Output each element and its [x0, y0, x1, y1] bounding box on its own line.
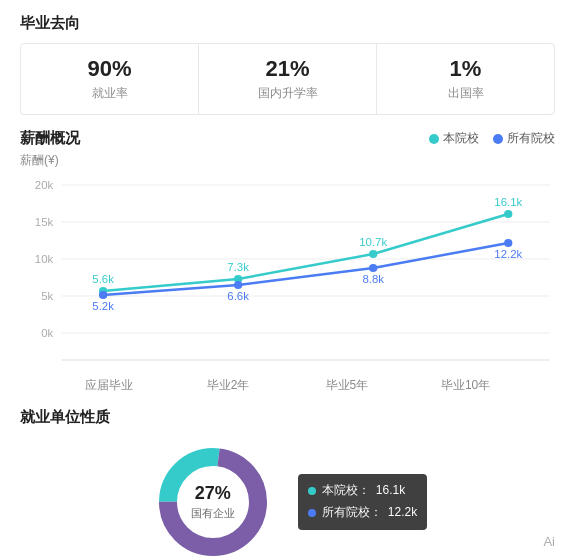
- salary-title: 薪酬概况: [20, 129, 80, 148]
- tooltip-label-own: 本院校：: [322, 480, 370, 502]
- salary-svg: 20k 15k 10k 5k 0k 5.6k 7.3k 10.7k 16.1k: [20, 175, 555, 375]
- salary-legend: 本院校 所有院校: [429, 130, 555, 147]
- svg-text:10k: 10k: [35, 253, 54, 265]
- tooltip-row-1: 所有院校： 12.2k: [308, 502, 417, 524]
- svg-text:12.2k: 12.2k: [494, 248, 522, 260]
- donut-center: 27% 国有企业: [191, 483, 235, 521]
- svg-text:7.3k: 7.3k: [227, 261, 249, 273]
- x-label-1: 毕业2年: [169, 377, 288, 394]
- tooltip-value-own: 16.1k: [376, 480, 405, 502]
- abroad-rate-label: 出国率: [377, 85, 554, 102]
- legend-own-school: 本院校: [429, 130, 479, 147]
- employment-rate-value: 90%: [21, 56, 198, 82]
- svg-point-22: [504, 239, 512, 247]
- x-label-2: 毕业5年: [288, 377, 407, 394]
- x-axis-labels: 应届毕业 毕业2年 毕业5年 毕业10年: [20, 377, 555, 394]
- donut-percent: 27%: [191, 483, 235, 504]
- domestic-rate-label: 国内升学率: [199, 85, 376, 102]
- employment-title: 就业单位性质: [20, 408, 555, 427]
- graduation-section: 毕业去向 90% 就业率 21% 国内升学率 1% 出国率: [0, 0, 575, 115]
- svg-text:5k: 5k: [41, 290, 53, 302]
- tooltip-label-all: 所有院校：: [322, 502, 382, 524]
- tooltip-row-0: 本院校： 16.1k: [308, 480, 417, 502]
- svg-text:5.6k: 5.6k: [92, 273, 114, 285]
- employment-section: 就业单位性质 27% 国有企业 本院校： 16.1k: [0, 408, 575, 559]
- svg-text:5.2k: 5.2k: [92, 300, 114, 312]
- svg-text:6.6k: 6.6k: [227, 290, 249, 302]
- salary-header: 薪酬概况 本院校 所有院校: [20, 129, 555, 148]
- tooltip-dot-own: [308, 487, 316, 495]
- svg-text:0k: 0k: [41, 327, 53, 339]
- employment-rate-stat: 90% 就业率: [21, 44, 199, 114]
- svg-text:16.1k: 16.1k: [494, 196, 522, 208]
- tooltip-dot-all: [308, 509, 316, 517]
- svg-point-13: [369, 250, 377, 258]
- domestic-rate-value: 21%: [199, 56, 376, 82]
- salary-section: 薪酬概况 本院校 所有院校 薪酬(¥) 20k 15k 10k: [0, 129, 575, 408]
- employment-content: 27% 国有企业 本院校： 16.1k 所有院校： 12.2k: [20, 437, 555, 559]
- own-school-label: 本院校: [443, 130, 479, 147]
- x-label-3: 毕业10年: [406, 377, 525, 394]
- graduation-stats: 90% 就业率 21% 国内升学率 1% 出国率: [20, 43, 555, 115]
- own-school-dot: [429, 134, 439, 144]
- svg-point-20: [234, 281, 242, 289]
- donut-chart: 27% 国有企业: [148, 437, 278, 559]
- salary-unit: 薪酬(¥): [20, 152, 555, 169]
- svg-text:15k: 15k: [35, 216, 54, 228]
- all-schools-dot: [493, 134, 503, 144]
- svg-text:20k: 20k: [35, 179, 54, 191]
- donut-tooltip: 本院校： 16.1k 所有院校： 12.2k: [298, 474, 427, 529]
- salary-chart: 20k 15k 10k 5k 0k 5.6k 7.3k 10.7k 16.1k: [20, 175, 555, 375]
- ai-watermark: Ai: [543, 534, 555, 549]
- svg-text:8.8k: 8.8k: [362, 273, 384, 285]
- x-label-0: 应届毕业: [50, 377, 169, 394]
- domestic-rate-stat: 21% 国内升学率: [199, 44, 377, 114]
- legend-all-schools: 所有院校: [493, 130, 555, 147]
- all-schools-label: 所有院校: [507, 130, 555, 147]
- abroad-rate-stat: 1% 出国率: [377, 44, 554, 114]
- employment-rate-label: 就业率: [21, 85, 198, 102]
- abroad-rate-value: 1%: [377, 56, 554, 82]
- svg-point-19: [99, 291, 107, 299]
- donut-label: 国有企业: [191, 506, 235, 521]
- tooltip-value-all: 12.2k: [388, 502, 417, 524]
- svg-point-14: [504, 210, 512, 218]
- graduation-title: 毕业去向: [0, 0, 575, 43]
- svg-point-21: [369, 264, 377, 272]
- svg-text:10.7k: 10.7k: [359, 236, 387, 248]
